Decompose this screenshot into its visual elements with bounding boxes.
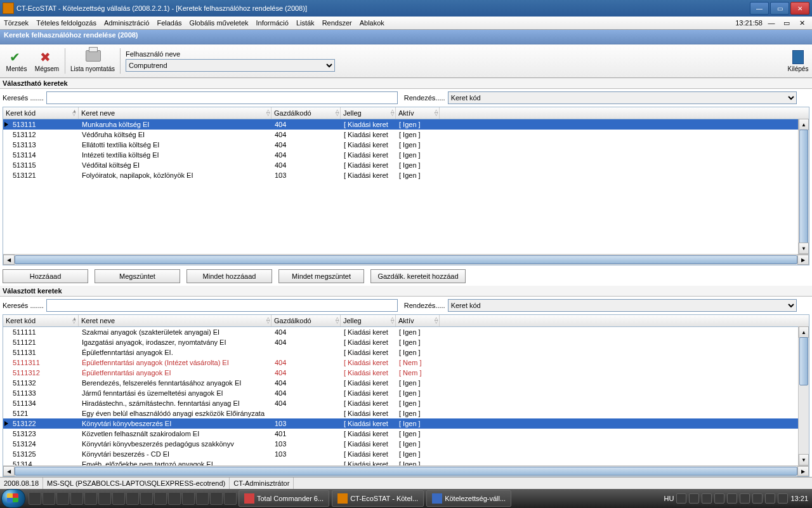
quicklaunch-icon[interactable] — [70, 492, 83, 505]
add-all-button[interactable]: Mindet hozzáaad — [187, 269, 272, 283]
quicklaunch-icon[interactable] — [126, 492, 139, 505]
exit-button[interactable]: Kilépés — [785, 47, 811, 75]
quicklaunch-icon[interactable] — [154, 492, 167, 505]
menu-globalis[interactable]: Globális műveletek — [190, 19, 249, 27]
scroll-left-icon[interactable]: ◀ — [3, 466, 15, 476]
mdi-minimize-icon[interactable]: — — [765, 18, 778, 28]
quicklaunch-icon[interactable] — [210, 492, 223, 505]
start-button[interactable] — [1, 489, 25, 508]
menu-teteles[interactable]: Tételes feldolgozás — [36, 19, 96, 27]
scroll-right-icon[interactable]: ▶ — [797, 466, 809, 476]
taskbar-task[interactable]: Kötelezettség-váll... — [426, 490, 511, 507]
scroll-down-icon[interactable]: ▼ — [799, 454, 809, 465]
table-row[interactable]: 51314Egyéb, előzőekbe nem tartozó anyago… — [3, 459, 809, 465]
table-row[interactable]: 513112Védőruha költség EI404[ Kiadási ke… — [3, 130, 809, 140]
quicklaunch-icon[interactable] — [168, 492, 181, 505]
table-row[interactable]: 513114Intézeti textília költség EI404[ K… — [3, 150, 809, 160]
scroll-up-icon[interactable]: ▲ — [799, 119, 809, 130]
tray-icon[interactable] — [727, 493, 737, 504]
table-row[interactable]: 513121Folyóiratok, napilapok, közlönyök … — [3, 170, 809, 180]
selected-vscroll[interactable]: ▲ ▼ — [798, 326, 809, 465]
available-search-input[interactable] — [46, 91, 398, 104]
scroll-up-icon[interactable]: ▲ — [799, 326, 809, 338]
menu-torzsek[interactable]: Törzsek — [4, 19, 29, 27]
selected-search-input[interactable] — [46, 299, 398, 312]
col-jelleg[interactable]: Jelleg△▽ — [341, 315, 396, 326]
tray-icon[interactable] — [765, 493, 775, 504]
menu-ablakok[interactable]: Ablakok — [360, 19, 384, 27]
tray-icon[interactable] — [778, 493, 788, 504]
table-row[interactable]: 513122Könyvtári könyvbeszerzés EI103[ Ki… — [3, 418, 809, 429]
mdi-restore-icon[interactable]: ▭ — [780, 18, 793, 28]
menu-listak[interactable]: Listák — [296, 19, 315, 27]
mdi-close-icon[interactable]: ✕ — [796, 18, 808, 28]
quicklaunch-icon[interactable] — [182, 492, 195, 505]
quicklaunch-icon[interactable] — [98, 492, 111, 505]
add-button[interactable]: Hozzáaad — [3, 269, 88, 283]
menu-rendszer[interactable]: Rendszer — [322, 19, 352, 27]
print-list-button[interactable]: Lista nyomtatás — [68, 47, 117, 75]
maximize-button[interactable]: ▭ — [770, 2, 789, 15]
col-jelleg[interactable]: Jelleg△▽ — [341, 107, 396, 119]
col-gazdalkodo[interactable]: Gazdálkodó△▽ — [272, 107, 341, 119]
language-indicator[interactable]: HU — [664, 495, 674, 502]
tray-icon[interactable] — [702, 493, 712, 504]
table-row[interactable]: 511121Igazgatási anyagok, irodaszer, nyo… — [3, 337, 809, 347]
quicklaunch-icon[interactable] — [112, 492, 125, 505]
col-keret-neve[interactable]: Keret neve△▽ — [79, 315, 272, 326]
quicklaunch-icon[interactable] — [29, 492, 41, 505]
quicklaunch-icon[interactable] — [84, 492, 97, 505]
col-gazdalkodo[interactable]: Gazdálkodó△▽ — [272, 315, 341, 326]
add-gazd-button[interactable]: Gazdálk. kereteit hozzáad — [370, 269, 466, 283]
user-select[interactable]: Computrend — [126, 59, 335, 72]
col-aktiv[interactable]: Aktív△▽ — [396, 315, 440, 326]
tray-icon[interactable] — [752, 493, 763, 504]
selected-hscroll[interactable]: ◀ ▶ — [3, 465, 809, 476]
remove-all-button[interactable]: Mindet megszüntet — [278, 269, 364, 283]
remove-button[interactable]: Megszüntet — [95, 269, 180, 283]
available-vscroll[interactable]: ▲ ▼ — [798, 119, 809, 254]
tray-icon[interactable] — [714, 493, 724, 504]
available-hscroll[interactable]: ◀ ▶ — [3, 254, 809, 265]
tray-icon[interactable] — [676, 493, 686, 504]
table-row[interactable]: 513124Könyvtári könyvbeszerzés pedagógus… — [3, 439, 809, 449]
save-button[interactable]: ✔ Mentés — [1, 47, 32, 75]
tray-icon[interactable] — [689, 493, 699, 504]
quicklaunch-icon[interactable] — [140, 492, 153, 505]
menu-feladas[interactable]: Feladás — [157, 19, 181, 27]
table-row[interactable]: 513125Könyvtári beszerzés - CD EI103[ Ki… — [3, 449, 809, 459]
close-button[interactable]: ✕ — [790, 2, 809, 15]
table-row[interactable]: 511133Jármű fenntartási és üzemeltetési … — [3, 388, 809, 398]
scroll-left-icon[interactable]: ◀ — [3, 255, 15, 265]
table-row[interactable]: 511111Szakmai anyagok (szakterületek any… — [3, 327, 809, 337]
scroll-right-icon[interactable]: ▶ — [797, 255, 809, 265]
table-row[interactable]: 511134Hiradástechn., számítástechn. fenn… — [3, 398, 809, 408]
col-keret-kod[interactable]: Keret kód▲▽ — [3, 107, 79, 119]
quicklaunch-icon[interactable] — [43, 492, 55, 505]
table-row[interactable]: 5111312Épületfenntartási anyagok EI404[ … — [3, 368, 809, 378]
table-row[interactable]: 513123Közvetlen felhasznált szakirodalom… — [3, 429, 809, 439]
quicklaunch-icon[interactable] — [196, 492, 209, 505]
table-row[interactable]: 511131Épületfenntartási anyagok EI.[ Kia… — [3, 347, 809, 358]
col-keret-neve[interactable]: Keret neve△▽ — [79, 107, 272, 119]
table-row[interactable]: 5121Egy éven belül elhasználódó anyagi e… — [3, 408, 809, 418]
table-row[interactable]: 511132Berendezés, felszerelés fenntartás… — [3, 378, 809, 388]
scroll-down-icon[interactable]: ▼ — [799, 243, 809, 254]
quicklaunch-icon[interactable] — [56, 492, 69, 505]
cancel-button[interactable]: ✖ Mégsem — [32, 47, 62, 75]
menu-informacio[interactable]: Információ — [256, 19, 289, 27]
taskbar-task[interactable]: CT-EcoSTAT - Kötel... — [332, 490, 424, 507]
taskbar-task[interactable]: Total Commander 6... — [239, 490, 329, 507]
minimize-button[interactable]: — — [750, 2, 769, 15]
col-aktiv[interactable]: Aktív△▽ — [396, 107, 440, 119]
selected-grid-body[interactable]: 511111Szakmai anyagok (szakterületek any… — [3, 327, 809, 465]
table-row[interactable]: 513111Munkaruha költség EI404[ Kiadási k… — [3, 119, 809, 130]
col-keret-kod[interactable]: Keret kód▲▽ — [3, 315, 79, 326]
available-grid-body[interactable]: 513111Munkaruha költség EI404[ Kiadási k… — [3, 119, 809, 254]
table-row[interactable]: 513113Ellátotti textília költség EI404[ … — [3, 140, 809, 150]
table-row[interactable]: 5111311Épületfenntartási anyagok (Intéze… — [3, 358, 809, 368]
selected-sort-select[interactable]: Keret kód — [448, 299, 797, 312]
table-row[interactable]: 513115Védőital költség EI404[ Kiadási ke… — [3, 160, 809, 170]
quicklaunch-icon[interactable] — [224, 492, 237, 505]
available-sort-select[interactable]: Keret kód — [448, 91, 797, 104]
